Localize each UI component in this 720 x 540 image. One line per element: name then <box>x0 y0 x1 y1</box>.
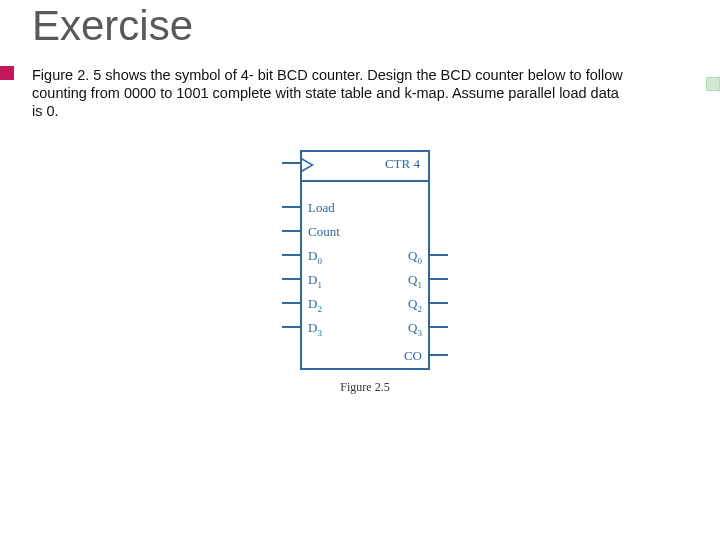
lead-d1 <box>282 278 300 280</box>
lead-clock <box>282 162 300 164</box>
box-divider <box>302 180 428 182</box>
signal-d1: D1 <box>308 272 322 290</box>
accent-marker-right <box>706 77 720 91</box>
signal-d2: D2 <box>308 296 322 314</box>
figure-caption: Figure 2.5 <box>300 380 430 395</box>
lead-q1 <box>430 278 448 280</box>
lead-load <box>282 206 300 208</box>
signal-q2: Q2 <box>408 296 422 314</box>
signal-q3: Q3 <box>408 320 422 338</box>
page-title: Exercise <box>32 2 193 50</box>
accent-marker-left <box>0 66 14 80</box>
lead-d0 <box>282 254 300 256</box>
signal-d3: D3 <box>308 320 322 338</box>
counter-symbol-box: CTR 4 Load Count D0 D1 D2 D3 Q0 Q1 Q2 Q3… <box>300 150 430 370</box>
signal-q1: Q1 <box>408 272 422 290</box>
ctr-label: CTR 4 <box>385 156 420 172</box>
lead-d3 <box>282 326 300 328</box>
clock-triangle-icon <box>302 158 314 172</box>
signal-q0: Q0 <box>408 248 422 266</box>
lead-co <box>430 354 448 356</box>
signal-count: Count <box>308 224 340 240</box>
figure-container: CTR 4 Load Count D0 D1 D2 D3 Q0 Q1 Q2 Q3… <box>260 150 460 395</box>
signal-co: CO <box>404 348 422 364</box>
lead-q2 <box>430 302 448 304</box>
lead-d2 <box>282 302 300 304</box>
exercise-prompt: Figure 2. 5 shows the symbol of 4- bit B… <box>32 66 632 120</box>
signal-d0: D0 <box>308 248 322 266</box>
signal-load: Load <box>308 200 335 216</box>
lead-count <box>282 230 300 232</box>
lead-q0 <box>430 254 448 256</box>
lead-q3 <box>430 326 448 328</box>
